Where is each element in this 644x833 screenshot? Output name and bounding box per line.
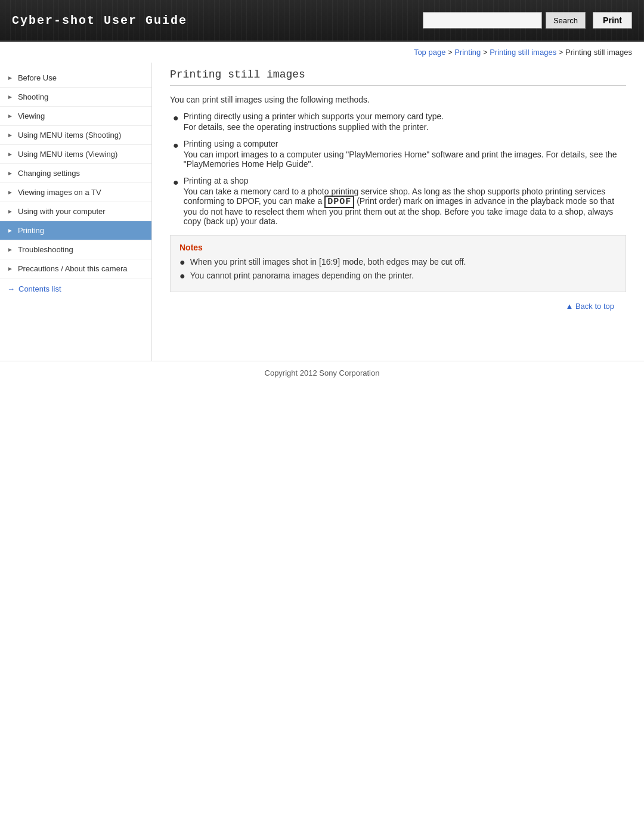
search-area: Search Print <box>423 12 632 29</box>
note-text-2: You cannot print panorama images dependi… <box>190 271 414 280</box>
sidebar: ► Before Use ► Shooting ► Viewing ► Usin… <box>0 63 152 361</box>
bullet-icon: ● <box>179 271 185 281</box>
breadcrumb-printing-still-images[interactable]: Printing still images <box>490 48 556 57</box>
arrow-icon: ► <box>7 75 13 81</box>
sidebar-item-before-use[interactable]: ► Before Use <box>0 69 151 88</box>
notes-box: Notes ● When you print still images shot… <box>170 235 626 292</box>
notes-list: ● When you print still images shot in [1… <box>179 257 617 281</box>
sidebar-item-menu-viewing[interactable]: ► Using MENU items (Viewing) <box>0 145 151 164</box>
arrow-icon: ► <box>7 170 13 176</box>
sidebar-label: Troubleshooting <box>18 245 73 254</box>
arrow-right-icon: → <box>7 284 15 293</box>
breadcrumb: Top page > Printing > Printing still ima… <box>0 42 644 63</box>
header: Cyber-shot User Guide Search Print <box>0 0 644 42</box>
method-item-2: ● Printing using a computer You can impo… <box>173 139 626 169</box>
arrow-icon: ► <box>7 246 13 253</box>
arrow-icon: ► <box>7 189 13 196</box>
sidebar-label: Shooting <box>18 92 48 101</box>
contents-list-label: Contents list <box>18 284 61 293</box>
sidebar-item-shooting[interactable]: ► Shooting <box>0 88 151 107</box>
breadcrumb-current: Printing still images <box>565 48 632 57</box>
sidebar-label: Before Use <box>18 73 57 82</box>
notes-title: Notes <box>179 243 617 252</box>
method-item-3: ● Printing at a shop You can take a memo… <box>173 176 626 226</box>
method-item-1: ● Printing directly using a printer whic… <box>173 112 626 132</box>
intro-text: You can print still images using the fol… <box>170 95 626 104</box>
method-title-3: Printing at a shop <box>184 176 626 185</box>
breadcrumb-top-page[interactable]: Top page <box>414 48 446 57</box>
sidebar-label: Using MENU items (Viewing) <box>18 150 117 159</box>
search-button[interactable]: Search <box>546 12 586 29</box>
sidebar-item-menu-shooting[interactable]: ► Using MENU items (Shooting) <box>0 126 151 145</box>
print-button[interactable]: Print <box>593 12 632 29</box>
method-desc-1: For details, see the operating instructi… <box>184 122 444 132</box>
sidebar-label: Using MENU items (Shooting) <box>18 131 121 140</box>
layout: ► Before Use ► Shooting ► Viewing ► Usin… <box>0 63 644 361</box>
bullet-icon: ● <box>179 257 185 268</box>
sidebar-label: Precautions / About this camera <box>18 264 128 273</box>
sidebar-label: Viewing <box>18 112 45 120</box>
method-title-2: Printing using a computer <box>184 139 626 148</box>
bullet-icon: ● <box>173 113 179 123</box>
arrow-icon: ► <box>7 151 13 157</box>
arrow-icon: ► <box>7 227 13 234</box>
sidebar-label: Using with your computer <box>18 207 106 216</box>
note-text-1: When you print still images shot in [16:… <box>190 257 466 267</box>
method-desc-3: You can take a memory card to a photo pr… <box>184 187 626 226</box>
breadcrumb-printing[interactable]: Printing <box>454 48 481 57</box>
page-title: Printing still images <box>170 69 626 86</box>
dpof-label: DPOF <box>324 196 354 208</box>
contents-list-link[interactable]: → Contents list <box>0 278 151 299</box>
method-title-1: Printing directly using a printer which … <box>184 112 444 121</box>
main-content: Printing still images You can print stil… <box>152 63 644 361</box>
bullet-icon: ● <box>173 140 179 151</box>
arrow-icon: ► <box>7 113 13 119</box>
arrow-icon: ► <box>7 265 13 272</box>
sidebar-label: Printing <box>18 226 44 235</box>
note-item-2: ● You cannot print panorama images depen… <box>179 271 617 281</box>
sidebar-item-viewing[interactable]: ► Viewing <box>0 107 151 126</box>
sidebar-label: Viewing images on a TV <box>18 188 101 197</box>
arrow-icon: ► <box>7 94 13 100</box>
copyright-text: Copyright 2012 Sony Corporation <box>265 368 380 377</box>
back-to-top-area: ▲ Back to top <box>170 292 626 317</box>
note-item-1: ● When you print still images shot in [1… <box>179 257 617 268</box>
sidebar-item-printing[interactable]: ► Printing <box>0 221 151 240</box>
sidebar-item-changing-settings[interactable]: ► Changing settings <box>0 164 151 183</box>
bullet-icon: ● <box>173 177 179 188</box>
sidebar-label: Changing settings <box>18 169 80 178</box>
back-to-top-link[interactable]: ▲ Back to top <box>565 302 614 311</box>
footer: Copyright 2012 Sony Corporation <box>0 361 644 385</box>
method-desc-2: You can import images to a computer usin… <box>184 150 626 169</box>
arrow-icon: ► <box>7 208 13 215</box>
site-title: Cyber-shot User Guide <box>12 14 423 27</box>
arrow-icon: ► <box>7 132 13 138</box>
methods-list: ● Printing directly using a printer whic… <box>173 112 626 226</box>
sidebar-item-using-computer[interactable]: ► Using with your computer <box>0 202 151 221</box>
sidebar-item-viewing-tv[interactable]: ► Viewing images on a TV <box>0 183 151 202</box>
sidebar-item-precautions[interactable]: ► Precautions / About this camera <box>0 259 151 278</box>
search-input[interactable] <box>423 12 542 29</box>
sidebar-item-troubleshooting[interactable]: ► Troubleshooting <box>0 240 151 259</box>
